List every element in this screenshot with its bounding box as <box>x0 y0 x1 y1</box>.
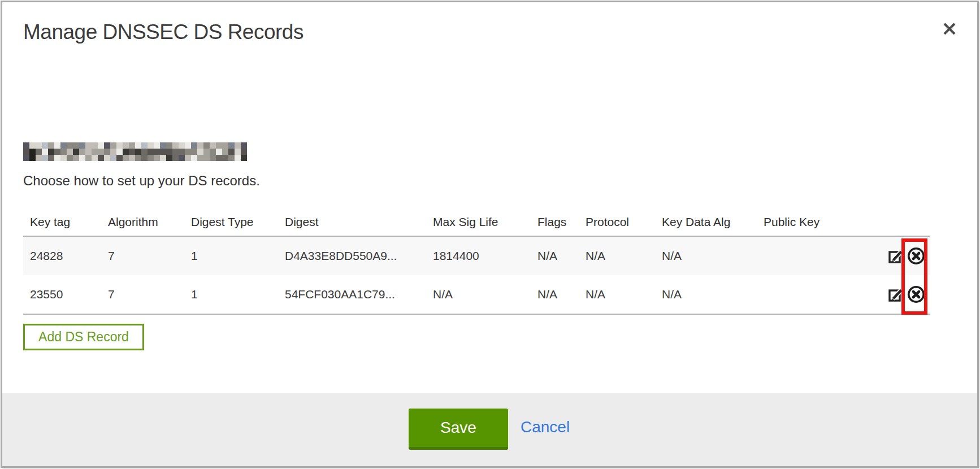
cell-flags: N/A <box>531 249 579 263</box>
col-header-algorithm: Algorithm <box>101 215 184 229</box>
cell-max-sig-life: 1814400 <box>426 249 531 263</box>
cell-digest: D4A33E8DD550A9... <box>278 249 426 263</box>
col-header-key-data-alg: Key Data Alg <box>655 215 757 229</box>
delete-record-button[interactable] <box>907 285 926 304</box>
edit-record-button[interactable] <box>887 285 905 304</box>
dialog-title: Manage DNSSEC DS Records <box>23 20 303 44</box>
cell-max-sig-life: N/A <box>426 288 531 301</box>
col-header-digest-type: Digest Type <box>184 215 278 229</box>
cell-key-tag: 23550 <box>23 288 101 301</box>
cell-digest-type: 1 <box>184 249 278 263</box>
cell-actions <box>880 285 930 304</box>
edit-icon <box>887 247 905 265</box>
cell-actions <box>880 246 930 266</box>
manage-ds-records-dialog: Manage DNSSEC DS Records Choose how to s… <box>1 1 979 468</box>
cell-key-data-alg: N/A <box>655 288 757 301</box>
col-header-digest: Digest <box>278 215 426 229</box>
edit-icon <box>887 285 905 303</box>
col-header-max-sig-life: Max Sig Life <box>426 215 531 229</box>
cell-algorithm: 7 <box>101 288 184 301</box>
cancel-link[interactable]: Cancel <box>521 418 570 436</box>
delete-icon <box>907 246 926 266</box>
add-ds-record-button[interactable]: Add DS Record <box>23 324 144 350</box>
table-header-row: Key tag Algorithm Digest Type Digest Max… <box>23 209 930 236</box>
cell-flags: N/A <box>531 288 579 301</box>
delete-record-button[interactable] <box>907 246 926 266</box>
dialog-footer: Save Cancel <box>2 393 977 466</box>
ds-records-table: Key tag Algorithm Digest Type Digest Max… <box>23 209 930 315</box>
col-header-public-key: Public Key <box>757 215 880 229</box>
cell-protocol: N/A <box>579 249 655 263</box>
redacted-domain-name <box>23 142 247 161</box>
cell-digest-type: 1 <box>184 288 278 301</box>
delete-icon <box>907 285 926 304</box>
instruction-text: Choose how to set up your DS records. <box>23 173 260 189</box>
table-row: 24828 7 1 D4A33E8DD550A9... 1814400 N/A … <box>23 237 930 275</box>
cell-digest: 54FCF030AA1C79... <box>278 288 426 301</box>
cell-algorithm: 7 <box>101 249 184 263</box>
close-button[interactable] <box>938 17 961 41</box>
col-header-key-tag: Key tag <box>23 215 101 229</box>
table-row: 23550 7 1 54FCF030AA1C79... N/A N/A N/A … <box>23 275 930 314</box>
col-header-protocol: Protocol <box>579 215 655 229</box>
cell-key-data-alg: N/A <box>655 249 757 263</box>
col-header-flags: Flags <box>531 215 579 229</box>
edit-record-button[interactable] <box>887 246 905 266</box>
close-icon <box>942 21 957 36</box>
cell-key-tag: 24828 <box>23 249 101 263</box>
save-button[interactable]: Save <box>409 409 508 450</box>
cell-protocol: N/A <box>579 288 655 301</box>
